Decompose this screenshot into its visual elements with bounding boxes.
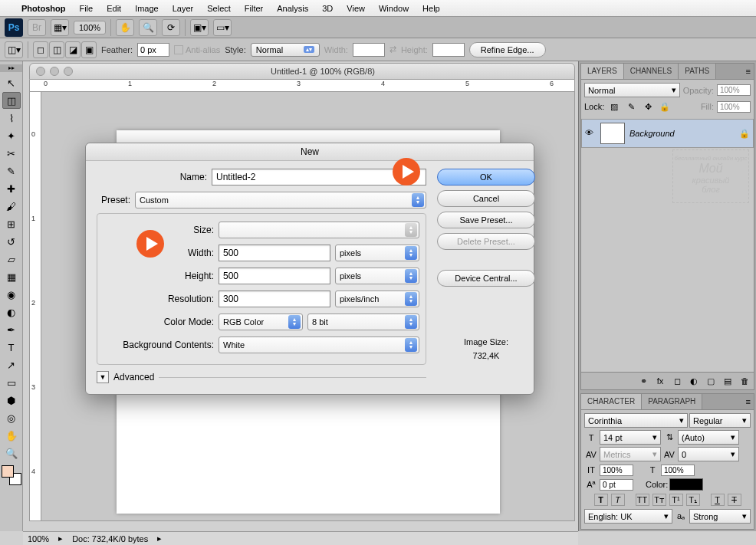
tab-paths[interactable]: PATHS [679, 64, 716, 79]
opacity-input[interactable]: 100% [717, 84, 751, 96]
3d-camera-tool[interactable]: ◎ [2, 409, 21, 426]
zoom-level[interactable]: 100% [74, 21, 106, 34]
style-select[interactable]: Normal▴▾ [251, 43, 320, 57]
lock-all-icon[interactable]: 🔒 [658, 100, 672, 113]
marquee-tool[interactable]: ◫ [2, 92, 21, 109]
tab-channels[interactable]: CHANNELS [624, 64, 679, 79]
ps-logo-icon[interactable]: Ps [5, 18, 23, 37]
menu-filter[interactable]: Filter [245, 4, 263, 13]
zoom-tool[interactable]: 🔍 [2, 445, 21, 461]
layer-name[interactable]: Background [629, 129, 675, 138]
antialias-checkbox-label[interactable]: Anti-alias [186, 45, 220, 54]
bridge-button[interactable]: Br [28, 19, 46, 36]
delete-layer-icon[interactable]: 🗑 [738, 375, 751, 387]
layer-fx-icon[interactable]: fx [653, 375, 667, 387]
resolution-input[interactable] [219, 291, 330, 307]
app-name[interactable]: Photoshop [21, 4, 65, 13]
tracking-input[interactable]: 0▾ [678, 447, 739, 461]
refine-edge-button[interactable]: Refine Edge... [469, 42, 546, 57]
visibility-eye-icon[interactable]: 👁 [585, 128, 596, 139]
delete-preset-button[interactable]: Delete Preset... [437, 233, 535, 250]
device-central-button[interactable]: Device Central... [437, 270, 535, 287]
blend-mode-select[interactable]: Normal▾ [584, 83, 680, 97]
healing-tool[interactable]: ✚ [2, 180, 21, 197]
selection-intersect-icon[interactable]: ▣ [81, 41, 97, 58]
menu-image[interactable]: Image [135, 4, 159, 13]
eyedropper-tool[interactable]: ✎ [2, 163, 21, 179]
fg-color-swatch[interactable] [2, 465, 14, 478]
color-swatches[interactable] [2, 465, 21, 485]
menu-3d[interactable]: 3D [322, 4, 333, 13]
quick-select-tool[interactable]: ✦ [2, 127, 21, 144]
move-tool[interactable]: ↖ [2, 74, 21, 91]
baseline-input[interactable] [600, 479, 633, 491]
pen-tool[interactable]: ✒ [2, 321, 21, 338]
layer-row[interactable]: 👁 Background 🔒 [581, 119, 754, 148]
menu-select[interactable]: Select [207, 4, 231, 13]
leading-input[interactable]: (Auto)▾ [678, 430, 739, 445]
menu-file[interactable]: File [79, 4, 93, 13]
cancel-button[interactable]: Cancel [437, 190, 535, 207]
new-layer-icon[interactable]: ▤ [721, 375, 735, 387]
superscript-icon[interactable]: T¹ [669, 494, 683, 506]
lock-transparent-icon[interactable]: ▨ [607, 100, 621, 113]
zoom-tool-quick[interactable]: 🔍 [139, 19, 157, 36]
size-select[interactable]: ▴▾ [219, 222, 419, 238]
crop-tool[interactable]: ✂ [2, 145, 21, 162]
brush-tool[interactable]: 🖌 [2, 198, 21, 215]
current-tool-preset[interactable]: ◫▾ [5, 41, 23, 58]
preset-select[interactable]: Custom▴▾ [135, 192, 426, 208]
ok-button[interactable]: OK [437, 169, 535, 185]
save-preset-button[interactable]: Save Preset... [437, 212, 535, 228]
rotate-view-quick[interactable]: ⟳ [162, 19, 180, 36]
history-brush-tool[interactable]: ↺ [2, 233, 21, 250]
hand-tool-quick[interactable]: ✋ [116, 19, 134, 36]
smallcaps-icon[interactable]: Tᴛ [652, 494, 666, 506]
height-input[interactable] [219, 268, 330, 284]
feather-input[interactable] [137, 43, 169, 57]
colormode-select[interactable]: RGB Color▴▾ [219, 314, 303, 330]
fill-input[interactable]: 100% [717, 101, 751, 113]
advanced-toggle[interactable]: ▼ [97, 371, 109, 383]
bitdepth-select[interactable]: 8 bit▴▾ [307, 314, 419, 330]
vscale-input[interactable] [600, 465, 633, 476]
blur-tool[interactable]: ◉ [2, 286, 21, 303]
adjustment-layer-icon[interactable]: ◐ [687, 375, 701, 387]
lock-position-icon[interactable]: ✥ [641, 100, 655, 113]
antialias-select[interactable]: Strong▾ [689, 509, 751, 524]
selection-subtract-icon[interactable]: ◪ [65, 41, 81, 58]
tab-layers[interactable]: LAYERS [581, 64, 624, 79]
stamp-tool[interactable]: ⊞ [2, 215, 21, 232]
link-layers-icon[interactable]: ⚭ [636, 375, 650, 387]
language-select[interactable]: English: UK▾ [584, 509, 672, 524]
fixed-width-input[interactable] [353, 43, 385, 57]
gradient-tool[interactable]: ▦ [2, 268, 21, 285]
panel-menu-icon[interactable]: ≡ [743, 64, 754, 79]
menu-help[interactable]: Help [422, 4, 440, 13]
height-unit-select[interactable]: pixels▴▾ [335, 268, 419, 284]
status-zoom[interactable]: 100% [28, 534, 49, 543]
width-input[interactable] [219, 245, 330, 261]
bgcontents-select[interactable]: White▴▾ [219, 337, 419, 353]
layer-thumbnail[interactable] [600, 123, 625, 144]
font-weight-select[interactable]: Regular▾ [689, 413, 751, 428]
screen-mode[interactable]: ▭▾ [213, 19, 232, 36]
lasso-tool[interactable]: ⌇ [2, 110, 21, 126]
fixed-height-input[interactable] [432, 43, 465, 57]
text-color-swatch[interactable] [669, 478, 703, 491]
strikethrough-icon[interactable]: T [728, 494, 741, 506]
tab-character[interactable]: CHARACTER [581, 394, 642, 409]
font-family-select[interactable]: Corinthia▾ [584, 413, 688, 428]
tab-paragraph[interactable]: PARAGRAPH [642, 394, 702, 409]
layer-mask-icon[interactable]: ◻ [670, 375, 684, 387]
shape-tool[interactable]: ▭ [2, 374, 21, 391]
kerning-input[interactable]: Metrics▾ [600, 447, 661, 461]
menu-window[interactable]: Window [379, 4, 409, 13]
menu-layer[interactable]: Layer [173, 4, 194, 13]
close-window-icon[interactable] [36, 67, 45, 76]
selection-add-icon[interactable]: ◫ [49, 41, 64, 58]
width-unit-select[interactable]: pixels▴▾ [335, 245, 419, 261]
view-extras-button[interactable]: ▦▾ [51, 19, 69, 36]
type-tool[interactable]: T [2, 339, 21, 356]
underline-icon[interactable]: T [711, 494, 725, 506]
